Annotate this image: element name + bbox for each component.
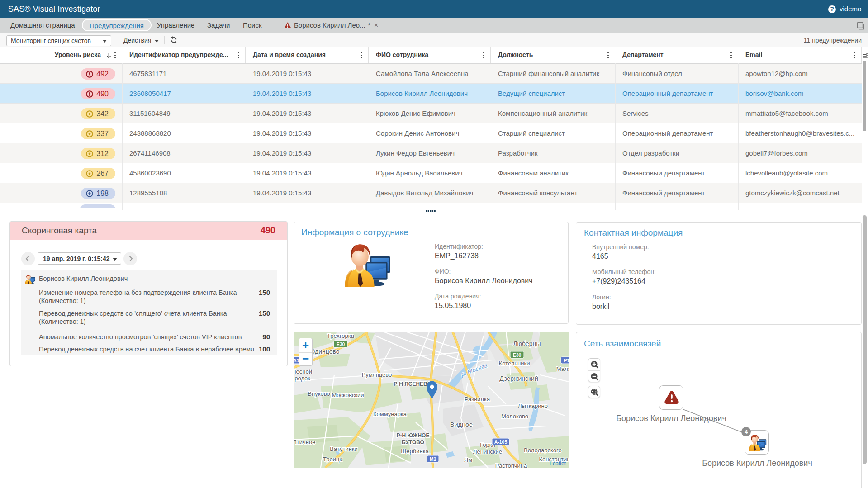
svg-text:E30: E30	[337, 341, 345, 347]
svg-text:Leaflet: Leaflet	[550, 460, 566, 467]
svg-text:Одинцово: Одинцово	[310, 348, 339, 355]
svg-text:Володарского: Володарского	[524, 447, 562, 454]
svg-text:Люберцы: Люберцы	[513, 340, 541, 347]
svg-text:Растопчина: Растопчина	[495, 462, 527, 468]
svg-text:Р-Н ЮЖНОЕ: Р-Н ЮЖНОЕ	[397, 432, 430, 439]
svg-text:Дзержинский: Дзержинский	[499, 375, 538, 382]
svg-text:Малахо: Малахо	[556, 365, 569, 372]
svg-text:Румянцево: Румянцево	[362, 371, 392, 378]
svg-text:Внуково: Внуково	[308, 390, 330, 397]
svg-text:Щербинка: Щербинка	[401, 448, 429, 455]
svg-text:Трехгорка: Трехгорка	[327, 332, 355, 339]
svg-text:ородок: ородок	[294, 375, 310, 382]
svg-text:P1: P1	[564, 358, 569, 363]
svg-text:Ям: Ям	[464, 456, 472, 463]
svg-text:M2: M2	[430, 456, 436, 462]
svg-text:А-105: А-105	[494, 439, 508, 445]
svg-text:Московский: Московский	[332, 392, 364, 398]
svg-text:Троицк: Троицк	[323, 456, 342, 463]
svg-text:Р-Н ЯСЕНЕВО: Р-Н ЯСЕНЕВО	[394, 381, 432, 387]
svg-text:E30: E30	[513, 352, 522, 358]
svg-text:Видное: Видное	[450, 421, 473, 428]
svg-text:Котельники: Котельники	[499, 360, 530, 367]
svg-text:Ватутинки: Ватутинки	[330, 445, 358, 452]
svg-text:Молоково: Молоково	[501, 413, 528, 420]
svg-text:Развилка: Развилка	[465, 396, 490, 403]
svg-text:Ленинские: Ленинские	[473, 448, 502, 455]
svg-text:БУТОВО: БУТОВО	[402, 439, 424, 445]
svg-text:Птичное: Птичное	[294, 439, 315, 445]
svg-text:Коммунарка: Коммунарка	[373, 411, 407, 417]
svg-text:Лесной: Лесной	[294, 368, 312, 375]
svg-text:Лыткарино: Лыткарино	[518, 403, 548, 409]
